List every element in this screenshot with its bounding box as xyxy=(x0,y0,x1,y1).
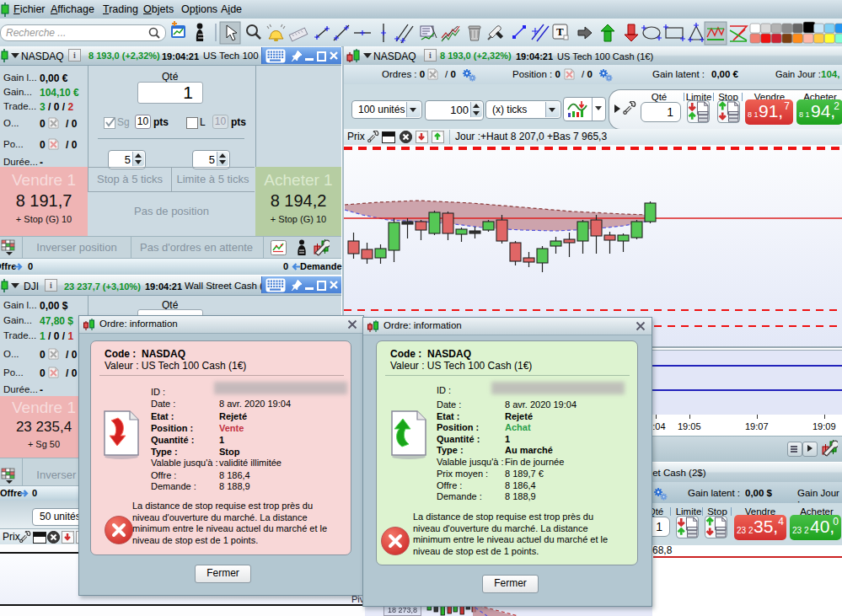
svg-text:T: T xyxy=(556,25,564,38)
